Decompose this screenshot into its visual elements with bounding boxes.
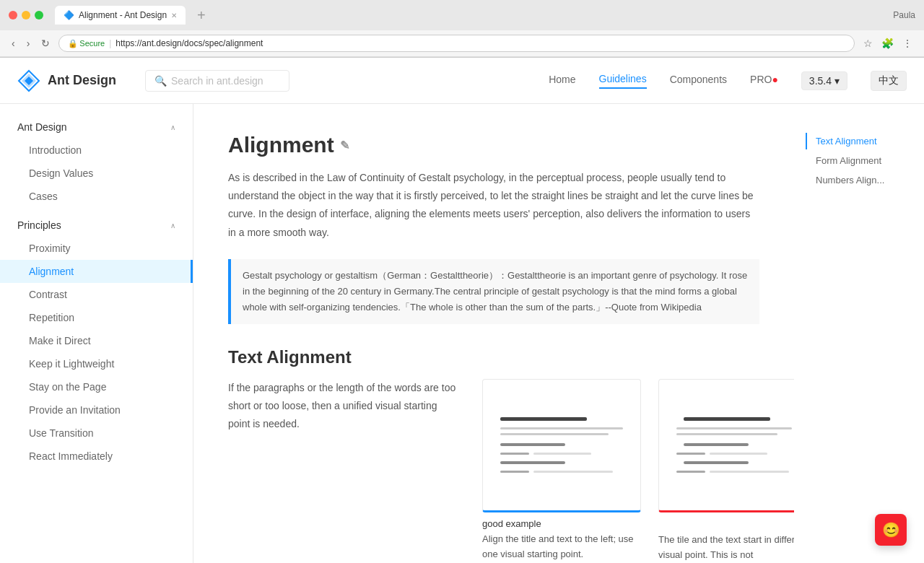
maximize-window-button[interactable] bbox=[35, 11, 43, 19]
mock-text-lines-bad bbox=[676, 417, 792, 473]
sidebar-item-introduction[interactable]: Introduction bbox=[0, 139, 193, 162]
address-bar[interactable]: 🔒 Secure | https://ant.design/docs/spec/… bbox=[58, 35, 855, 52]
toc-item-text-alignment[interactable]: Text Alignment bbox=[806, 133, 912, 149]
mock-subtitle-bad bbox=[684, 443, 749, 446]
good-example-card: good example Align the title and text to… bbox=[482, 379, 641, 563]
chevron-up-icon: ∧ bbox=[170, 123, 175, 131]
good-example-label: good example bbox=[482, 518, 641, 529]
address-url: https://ant.design/docs/spec/alignment bbox=[116, 38, 263, 48]
minimize-window-button[interactable] bbox=[22, 11, 30, 19]
sidebar-item-provide-invitation[interactable]: Provide an Invitation bbox=[0, 398, 193, 422]
version-selector[interactable]: 3.5.4 ▾ bbox=[801, 71, 847, 90]
browser-toolbar: ‹ › ↻ 🔒 Secure | https://ant.design/docs… bbox=[0, 30, 924, 57]
page-description: As is described in the Law of Continuity… bbox=[228, 169, 759, 242]
right-toc: Text Alignment Form Alignment Numbers Al… bbox=[794, 104, 924, 563]
quote-block: Gestalt psychology or gestaltism（German：… bbox=[228, 259, 759, 324]
extensions-button[interactable]: 🧩 bbox=[879, 36, 897, 51]
sidebar-item-stay-on-page[interactable]: Stay on the Page bbox=[0, 375, 193, 398]
examples-grid: good example Align the title and text to… bbox=[482, 379, 794, 563]
toc-item-numbers-align[interactable]: Numbers Align... bbox=[806, 172, 912, 188]
bad-example-desc: The tile and the text start in different… bbox=[658, 533, 794, 563]
mock-title-bad bbox=[684, 417, 770, 421]
section-title-text-alignment: Text Alignment bbox=[228, 347, 759, 367]
sidebar-item-alignment[interactable]: Alignment bbox=[0, 260, 193, 283]
mock-row-2 bbox=[500, 471, 623, 473]
browser-tab[interactable]: 🔷 Alignment - Ant Design ✕ bbox=[55, 6, 186, 25]
toc-item-form-alignment[interactable]: Form Alignment bbox=[806, 152, 912, 169]
search-icon: 🔍 bbox=[154, 75, 167, 87]
address-divider: | bbox=[109, 38, 111, 48]
sidebar-item-design-values[interactable]: Design Values bbox=[0, 162, 193, 185]
section-desc: If the paragraphs or the length of the w… bbox=[228, 379, 459, 434]
section-text: If the paragraphs or the length of the w… bbox=[228, 379, 459, 451]
bad-example-image bbox=[658, 379, 794, 512]
sidebar-item-contrast[interactable]: Contrast bbox=[0, 283, 193, 306]
search-placeholder: Search in ant.design bbox=[171, 75, 263, 87]
search-box[interactable]: 🔍 Search in ant.design bbox=[145, 70, 289, 92]
sidebar-item-proximity[interactable]: Proximity bbox=[0, 237, 193, 260]
nav-guidelines[interactable]: Guidelines bbox=[599, 73, 647, 89]
mock-subtitle bbox=[500, 443, 565, 446]
mock-row-bad-1 bbox=[676, 453, 792, 455]
good-example-image bbox=[482, 379, 641, 512]
chevron-up-icon-principles: ∧ bbox=[170, 222, 175, 230]
user-label: Paula bbox=[893, 10, 915, 20]
logo-icon bbox=[17, 69, 40, 92]
bad-example-label bbox=[658, 518, 794, 530]
mock-text-lines-good bbox=[500, 417, 623, 473]
mock-title-line bbox=[500, 417, 587, 421]
mock-row-1 bbox=[500, 453, 623, 455]
sidebar-section-principles[interactable]: Principles ∧ bbox=[0, 214, 193, 237]
window-controls bbox=[9, 11, 43, 19]
bookmark-button[interactable]: ☆ bbox=[860, 36, 876, 51]
nav-pro[interactable]: PRO● bbox=[750, 74, 778, 88]
sidebar-item-keep-it-lightweight[interactable]: Keep it Lightweight bbox=[0, 352, 193, 375]
browser-chrome: 🔷 Alignment - Ant Design ✕ + Paula ‹ › ↻… bbox=[0, 0, 924, 58]
close-window-button[interactable] bbox=[9, 11, 17, 19]
tab-title: Alignment - Ant Design bbox=[79, 10, 167, 20]
browser-titlebar: 🔷 Alignment - Ant Design ✕ + Paula bbox=[0, 0, 924, 30]
tab-favicon: 🔷 bbox=[64, 10, 74, 20]
bad-example-card: The tile and the text start in different… bbox=[658, 379, 794, 563]
good-example-desc: Align the title and text to the left; us… bbox=[482, 532, 641, 562]
main-layout: Ant Design ∧ Introduction Design Values … bbox=[0, 104, 924, 563]
sidebar-item-cases[interactable]: Cases bbox=[0, 185, 193, 208]
section-content: If the paragraphs or the length of the w… bbox=[228, 379, 759, 563]
tab-close-button[interactable]: ✕ bbox=[171, 12, 177, 19]
sidebar-section-ant-design[interactable]: Ant Design ∧ bbox=[0, 115, 193, 139]
toolbar-icons: ☆ 🧩 ⋮ bbox=[860, 36, 915, 51]
new-tab-button[interactable]: + bbox=[197, 7, 206, 24]
page-title: Alignment ✎ bbox=[228, 133, 759, 157]
mock-line-bad-1 bbox=[676, 427, 792, 429]
main-content: Alignment ✎ As is described in the Law o… bbox=[193, 104, 794, 563]
nav-components[interactable]: Components bbox=[670, 74, 727, 88]
secure-badge: 🔒 Secure bbox=[68, 39, 105, 48]
sidebar-item-use-transition[interactable]: Use Transition bbox=[0, 422, 193, 445]
mock-line-1 bbox=[500, 427, 623, 429]
mock-line-2 bbox=[500, 433, 609, 435]
mock-subtitle2 bbox=[500, 461, 565, 464]
forward-button[interactable]: › bbox=[24, 36, 33, 51]
mock-subtitle-bad2 bbox=[684, 461, 749, 464]
sidebar: Ant Design ∧ Introduction Design Values … bbox=[0, 104, 193, 563]
quote-text: Gestalt psychology or gestaltism（German：… bbox=[243, 270, 747, 313]
nav-home[interactable]: Home bbox=[549, 74, 575, 88]
menu-button[interactable]: ⋮ bbox=[899, 36, 915, 51]
edit-icon[interactable]: ✎ bbox=[340, 139, 349, 152]
language-selector[interactable]: 中文 bbox=[871, 71, 907, 91]
site-header: Ant Design 🔍 Search in ant.design Home G… bbox=[0, 58, 924, 104]
refresh-button[interactable]: ↻ bbox=[38, 36, 53, 51]
sidebar-item-repetition[interactable]: Repetition bbox=[0, 306, 193, 329]
sidebar-item-react-immediately[interactable]: React Immediately bbox=[0, 445, 193, 468]
mock-line-bad-2 bbox=[676, 433, 777, 435]
site-nav: Home Guidelines Components PRO● 3.5.4 ▾ … bbox=[549, 71, 907, 91]
chat-icon: 😊 bbox=[882, 521, 900, 538]
back-button[interactable]: ‹ bbox=[9, 36, 18, 51]
mock-row-bad-2 bbox=[676, 471, 792, 473]
logo-text: Ant Design bbox=[48, 73, 116, 88]
logo[interactable]: Ant Design bbox=[17, 69, 116, 92]
chat-button[interactable]: 😊 bbox=[875, 514, 907, 546]
sidebar-item-make-it-direct[interactable]: Make it Direct bbox=[0, 329, 193, 352]
